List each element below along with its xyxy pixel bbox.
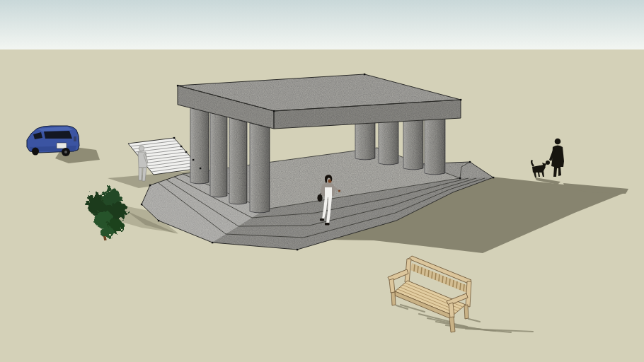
- car-hub: [64, 151, 67, 153]
- woman-bib: [325, 187, 332, 197]
- blue-suv: [27, 126, 79, 156]
- woman-bag: [317, 194, 322, 202]
- bench-leg-front-left: [391, 292, 396, 305]
- car-license-plate: [57, 143, 67, 148]
- woman-shoe-left: [320, 218, 324, 221]
- woman-shoe-right: [325, 223, 330, 226]
- scene-canvas: [0, 0, 644, 362]
- sky: [0, 0, 644, 50]
- man-head: [555, 139, 561, 145]
- car-wheel-front: [32, 148, 39, 156]
- car-rear-window: [44, 131, 72, 139]
- person-head: [139, 146, 144, 151]
- 3d-viewport[interactable]: [0, 0, 644, 362]
- woman-hand-right: [338, 189, 340, 192]
- bench-leg-rear-right: [464, 305, 468, 319]
- car-tail-light: [74, 136, 76, 141]
